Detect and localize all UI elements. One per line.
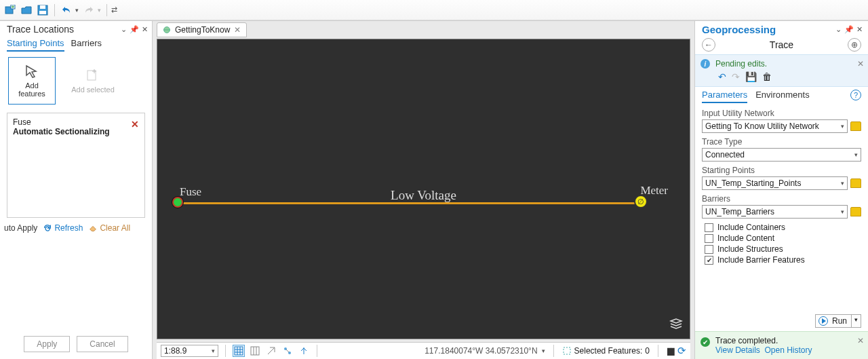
input-network-dropdown[interactable]: Getting To Know Utility Network ▾ bbox=[702, 119, 848, 133]
geoprocessing-title: Geoprocessing bbox=[702, 24, 776, 35]
save-edits-icon[interactable]: 💾 bbox=[745, 71, 757, 82]
close-pane-icon[interactable]: ✕ bbox=[142, 25, 148, 34]
coords-dropdown-icon[interactable]: ▾ bbox=[542, 347, 545, 354]
clear-all-button[interactable]: Clear All bbox=[88, 223, 130, 233]
run-dropdown[interactable]: ▾ bbox=[852, 314, 861, 328]
trace-type-value: Connected bbox=[705, 150, 745, 159]
close-tab-icon[interactable]: ✕ bbox=[234, 25, 241, 35]
basemap-stack-icon[interactable] bbox=[669, 318, 683, 332]
refresh-icon bbox=[43, 223, 52, 233]
svg-rect-8 bbox=[251, 347, 259, 355]
refresh-button[interactable]: Refresh bbox=[43, 223, 83, 233]
selected-features[interactable]: Selected Features: 0 bbox=[562, 346, 650, 356]
completion-banner: ✔ ✕ Trace completed. View Details Open H… bbox=[695, 331, 868, 359]
refresh-map-icon[interactable]: ⟳ bbox=[677, 345, 686, 357]
save-project-icon[interactable] bbox=[37, 4, 49, 16]
eraser-icon bbox=[88, 223, 98, 233]
corrections-icon[interactable] bbox=[281, 345, 294, 357]
browse-icon[interactable] bbox=[850, 121, 861, 131]
feature-list: Fuse Automatic Sectionalizing ✕ bbox=[7, 113, 145, 218]
run-button[interactable]: Run bbox=[815, 314, 852, 328]
tab-starting-points[interactable]: Starting Points bbox=[7, 38, 64, 52]
apply-button[interactable]: Apply bbox=[24, 336, 70, 352]
inference-icon[interactable] bbox=[298, 345, 310, 357]
tab-barriers[interactable]: Barriers bbox=[71, 38, 102, 52]
map-icon bbox=[163, 26, 171, 34]
view-details-link[interactable]: View Details bbox=[715, 345, 760, 355]
status-bar: 1:88.9 ▾ 117.1840074°W 34.0572310°N ▾ Se… bbox=[157, 342, 690, 359]
map-canvas[interactable]: Fuse Low Voltage Meter bbox=[157, 39, 690, 339]
svg-rect-11 bbox=[564, 347, 570, 354]
gp-pin-icon[interactable]: 📌 bbox=[844, 25, 854, 34]
trace-type-label: Trace Type bbox=[702, 137, 861, 147]
remove-feature-icon[interactable]: ✕ bbox=[131, 119, 139, 130]
open-project-icon[interactable] bbox=[20, 4, 33, 16]
close-completion-icon[interactable]: ✕ bbox=[857, 336, 864, 345]
discard-edits-icon[interactable]: 🗑 bbox=[762, 71, 772, 82]
input-network-label: Input Utility Network bbox=[702, 109, 861, 118]
starting-points-value: UN_Temp_Starting_Points bbox=[705, 178, 801, 188]
open-another-tool-button[interactable]: ⊕ bbox=[848, 38, 861, 52]
close-banner-icon[interactable]: ✕ bbox=[857, 59, 864, 69]
add-features-button[interactable]: Add features bbox=[8, 57, 56, 105]
add-selected-label: Add selected bbox=[71, 86, 115, 94]
undo-icon[interactable] bbox=[60, 4, 73, 16]
cursor-icon bbox=[24, 64, 40, 80]
include-barrier-features-checkbox[interactable]: Include Barrier Features bbox=[705, 255, 861, 265]
starting-points-label: Starting Points bbox=[702, 166, 861, 175]
scale-input[interactable]: 1:88.9 ▾ bbox=[161, 345, 218, 357]
meter-node[interactable] bbox=[634, 195, 648, 208]
svg-rect-7 bbox=[235, 347, 243, 355]
tab-environments[interactable]: Environments bbox=[755, 90, 809, 103]
selected-features-label: Selected Features: bbox=[574, 346, 643, 356]
selection-icon bbox=[562, 346, 572, 356]
coordinates: 117.1840074°W 34.0572310°N bbox=[425, 346, 537, 356]
fuse-node[interactable] bbox=[172, 197, 183, 208]
barriers-dropdown[interactable]: UN_Temp_Barriers ▾ bbox=[702, 205, 848, 219]
undo-edits-icon[interactable]: ↶ bbox=[718, 71, 726, 82]
success-icon: ✔ bbox=[701, 337, 710, 347]
redo-edits-icon[interactable]: ↷ bbox=[732, 71, 740, 82]
add-features-label: Add features bbox=[18, 81, 45, 98]
include-structures-checkbox[interactable]: Include Structures bbox=[705, 244, 861, 254]
trace-type-dropdown[interactable]: Connected ▾ bbox=[702, 148, 861, 162]
auto-apply-toggle[interactable]: uto Apply bbox=[4, 223, 37, 233]
snapping-icon[interactable] bbox=[249, 345, 261, 357]
redo-dropdown[interactable]: ▾ bbox=[98, 7, 101, 14]
new-project-icon[interactable] bbox=[4, 4, 16, 16]
svg-rect-4 bbox=[39, 11, 46, 14]
run-label: Run bbox=[832, 316, 847, 326]
pin-icon[interactable]: 📌 bbox=[130, 25, 139, 34]
browse-icon[interactable] bbox=[850, 178, 861, 188]
open-history-link[interactable]: Open History bbox=[764, 345, 812, 355]
low-voltage-line[interactable] bbox=[178, 202, 642, 204]
map-tab[interactable]: GettingToKnow ✕ bbox=[157, 22, 247, 37]
snapping-grid-icon[interactable] bbox=[233, 345, 245, 357]
customize-dropdown[interactable]: ⇄ bbox=[111, 5, 117, 14]
include-containers-checkbox[interactable]: Include Containers bbox=[705, 223, 861, 232]
input-network-value: Getting To Know Utility Network bbox=[705, 121, 819, 131]
pending-edits-banner: i ✕ Pending edits. ↶ ↷ 💾 🗑 bbox=[695, 54, 868, 87]
low-voltage-label: Low Voltage bbox=[391, 188, 456, 203]
chevron-down-icon: ▾ bbox=[854, 151, 858, 158]
chevron-down-icon: ▾ bbox=[841, 180, 844, 187]
cancel-button[interactable]: Cancel bbox=[77, 336, 127, 352]
back-button[interactable]: ← bbox=[702, 38, 715, 52]
redo-icon[interactable] bbox=[83, 4, 95, 16]
help-icon[interactable]: ? bbox=[850, 90, 861, 100]
undo-dropdown[interactable]: ▾ bbox=[75, 7, 79, 14]
gp-options-dropdown-icon[interactable]: ⌄ bbox=[835, 25, 842, 34]
gp-close-icon[interactable]: ✕ bbox=[856, 25, 863, 34]
include-content-checkbox[interactable]: Include Content bbox=[705, 233, 861, 243]
feature-type: Fuse bbox=[13, 117, 139, 127]
tab-parameters[interactable]: Parameters bbox=[702, 90, 747, 103]
browse-icon[interactable] bbox=[850, 207, 861, 216]
starting-points-dropdown[interactable]: UN_Temp_Starting_Points ▾ bbox=[702, 176, 848, 190]
feature-item[interactable]: Fuse Automatic Sectionalizing ✕ bbox=[7, 113, 144, 140]
pause-drawing-icon[interactable]: ▮▮ bbox=[667, 345, 673, 356]
barriers-label: Barriers bbox=[702, 194, 861, 204]
constraints-icon[interactable] bbox=[265, 345, 277, 357]
play-icon bbox=[818, 316, 828, 326]
scale-dropdown-icon[interactable]: ▾ bbox=[212, 347, 215, 354]
options-dropdown-icon[interactable]: ⌄ bbox=[121, 25, 127, 34]
